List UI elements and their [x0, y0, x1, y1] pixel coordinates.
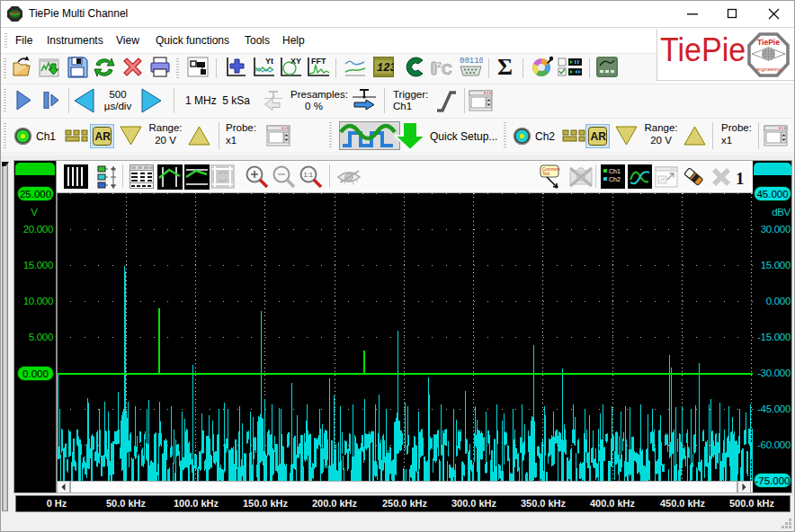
svg-text:AR: AR: [95, 130, 112, 143]
svg-text:FFT: FFT: [311, 57, 326, 66]
svg-text:123: 123: [377, 62, 394, 75]
svg-text:TiePie: TiePie: [757, 38, 780, 47]
svg-text:Text: Text: [542, 172, 550, 176]
svg-text:00110: 00110: [460, 57, 483, 66]
svg-text:Ch1: Ch1: [609, 168, 621, 174]
svg-text:engineering: engineering: [756, 66, 781, 72]
svg-text:Σ: Σ: [497, 55, 513, 78]
svg-text:C: C: [442, 62, 452, 77]
svg-text:1:1: 1:1: [304, 171, 313, 179]
svg-text:AR: AR: [591, 130, 607, 143]
svg-text:Ch2: Ch2: [609, 176, 621, 182]
svg-text:Yt: Yt: [265, 57, 273, 66]
svg-text:XY: XY: [290, 57, 301, 66]
